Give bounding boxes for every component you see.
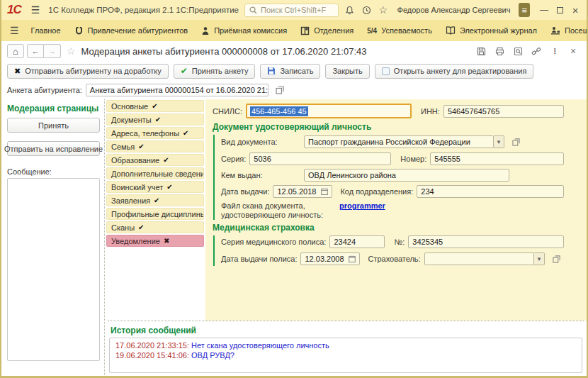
check-icon: ✔ xyxy=(154,196,159,204)
form-body: Модерация страницы Принять Отправить на … xyxy=(1,99,587,377)
window-controls: — × xyxy=(537,3,582,17)
issue-date-field[interactable]: 12.05.2018 xyxy=(273,185,332,198)
tab-obrazovanie[interactable]: Образование✔ xyxy=(106,154,204,166)
accept-page-button[interactable]: Принять xyxy=(7,118,100,133)
form-header: ⌂ ← → ☆ Модерация анкеты абитуриента 000… xyxy=(1,41,587,61)
tab-skany[interactable]: Сканы✔ xyxy=(106,221,204,233)
tab-adresa-telefony[interactable]: Адреса, телефоны✔ xyxy=(106,127,204,139)
open-object-icon[interactable] xyxy=(272,83,288,97)
number-label: Номер: xyxy=(400,155,426,163)
doc-type-label: Вид документа: xyxy=(221,138,300,146)
doc-type-open-icon[interactable] xyxy=(508,135,524,149)
tab-dopolnitelnye-svedeniya[interactable]: Дополнительные сведения✔ xyxy=(106,167,204,179)
attendance-icon xyxy=(550,26,560,35)
sections-menubar: ☰ Главное Привлечение абитуриентов Приём… xyxy=(1,20,587,41)
tab-zayavleniya[interactable]: Заявления✔ xyxy=(106,194,204,206)
send-fix-button[interactable]: Отправить на исправление xyxy=(7,141,100,156)
doc-type-dropdown-icon[interactable]: ▾ xyxy=(494,135,504,148)
back-arrow-icon: ← xyxy=(32,47,40,55)
print-icon[interactable] xyxy=(492,44,507,58)
calendar-icon[interactable] xyxy=(321,188,328,195)
scan-file-label: Файл скана документа, удостоверяющего ли… xyxy=(221,201,323,220)
favorite-star-icon[interactable]: ☆ xyxy=(64,45,79,57)
scan-file-link[interactable]: programmer xyxy=(339,201,385,210)
number-field[interactable]: 545555 xyxy=(430,152,564,165)
tab-osnovnye[interactable]: Основные✔ xyxy=(106,100,204,112)
issued-by-field[interactable]: ОВД Ленинского района xyxy=(304,169,509,182)
snils-field[interactable]: 456-465-456 45 xyxy=(246,104,412,118)
notifications-bell-icon[interactable] xyxy=(344,3,356,17)
calendar-icon[interactable] xyxy=(349,255,356,262)
home-button[interactable]: ⌂ xyxy=(7,44,24,58)
link-icon[interactable] xyxy=(528,44,544,58)
tab-uvedomlenie[interactable]: Уведомление✖ xyxy=(106,235,204,247)
more-actions-icon[interactable]: ⋮ xyxy=(547,44,562,58)
minimize-button[interactable]: — xyxy=(537,3,551,17)
anketa-label: Анкета абитуриента: xyxy=(7,86,82,94)
identity-group: Вид документа: Паспорт гражданина Россий… xyxy=(213,135,564,220)
sections-list-icon[interactable]: ☰ xyxy=(7,25,22,36)
insurance-group: Серия медицинского полиса: 23424 №: 3425… xyxy=(213,235,564,266)
checkbox-icon xyxy=(382,67,390,75)
black-cross-icon: ✖ xyxy=(14,67,21,76)
policy-date-label: Дата выдачи полиса: xyxy=(221,255,297,263)
check-icon: ✔ xyxy=(155,116,161,123)
tab-semya[interactable]: Семья✔ xyxy=(106,140,204,152)
tab-profilnye-discipliny[interactable]: Профильные дисциплины✔ xyxy=(106,208,204,220)
snils-label: СНИЛС: xyxy=(213,107,242,116)
current-user-name[interactable]: Федоров Александр Сергеевич xyxy=(395,6,514,14)
search-placeholder: Поиск Ctrl+Shift+F xyxy=(261,6,326,14)
message-label: Сообщение: xyxy=(7,167,100,176)
moderation-panel: Модерация страницы Принять Отправить на … xyxy=(1,99,105,377)
doc-type-field[interactable]: Паспорт гражданина Российской Федерации xyxy=(304,135,494,148)
check-icon: ✔ xyxy=(183,129,188,137)
tab-dokumenty[interactable]: Документы✔ xyxy=(106,113,204,126)
send-back-button[interactable]: ✖ Отправить абитуриенту на доработку xyxy=(7,64,169,79)
insurer-open-icon[interactable] xyxy=(548,252,564,266)
insurer-field[interactable] xyxy=(424,252,534,265)
history-section: История сообщений 17.06.2020 21:33:15: Н… xyxy=(105,323,587,377)
maximize-button[interactable] xyxy=(553,3,567,17)
menu-item-poseshchaemost[interactable]: Посещаемость xyxy=(546,26,588,35)
menu-item-glavnoe[interactable]: Главное xyxy=(27,26,65,35)
check-icon: ✔ xyxy=(163,156,169,164)
functions-menu-button[interactable]: ≡ xyxy=(519,3,530,17)
forward-arrow-icon: → xyxy=(48,47,56,55)
accept-anketa-button[interactable]: ✔ Принять анкету xyxy=(174,64,256,79)
policy-date-field[interactable]: 12.03.2008 xyxy=(300,252,360,265)
series-field[interactable]: 5036 xyxy=(249,152,391,165)
identity-section-title: Документ удостоверяющий личность xyxy=(213,122,564,132)
inn-field[interactable]: 546457645765 xyxy=(443,105,564,118)
policy-series-field[interactable]: 23424 xyxy=(329,235,385,248)
forward-button[interactable]: → xyxy=(44,44,61,58)
history-title: История сообщений xyxy=(111,326,582,335)
save-record-button[interactable]: Записать xyxy=(260,64,320,79)
check-icon: ✔ xyxy=(166,183,172,191)
division-code-field[interactable]: 234 xyxy=(417,185,564,198)
save-icon[interactable] xyxy=(473,44,489,58)
main-menu-icon[interactable]: ☰ xyxy=(28,4,43,16)
magnet-icon xyxy=(74,26,84,35)
menu-item-uspevaemost[interactable]: 5/4 Успеваемость xyxy=(363,26,436,35)
menu-item-privlechenie[interactable]: Привлечение абитуриентов xyxy=(70,26,193,35)
app-title: 1С Колледж ПРОФ, редакция 2.1 1С:Предпри… xyxy=(48,6,239,14)
insurer-dropdown-icon[interactable]: ▾ xyxy=(534,252,545,265)
message-textarea[interactable] xyxy=(7,178,100,361)
menu-item-elektronny-zhurnal[interactable]: Электронный журнал xyxy=(441,26,541,35)
division-code-label: Код подразделения: xyxy=(340,187,413,196)
favorites-star-icon[interactable]: ☆ xyxy=(378,3,389,17)
close-button[interactable]: Закрыть xyxy=(325,64,369,79)
policy-number-field[interactable]: 3425345 xyxy=(408,235,564,248)
global-search-input[interactable]: Поиск Ctrl+Shift+F xyxy=(244,4,339,17)
close-form-icon[interactable]: × xyxy=(565,44,581,58)
close-window-button[interactable]: × xyxy=(568,3,582,17)
menu-item-otdeleniya[interactable]: Отделения xyxy=(296,26,358,35)
preview-icon[interactable] xyxy=(510,44,526,58)
history-icon[interactable] xyxy=(361,3,372,17)
menu-item-priemnaya-komissiya[interactable]: Приёмная комиссия xyxy=(197,26,291,35)
anketa-value-field[interactable]: Анкета абитуриента 000000154 от 16.06.20… xyxy=(86,84,268,96)
back-button[interactable]: ← xyxy=(27,44,44,58)
tab-voinsky-uchet[interactable]: Воинский учет✔ xyxy=(106,181,204,193)
person-icon xyxy=(201,26,210,35)
open-for-edit-button[interactable]: Открыть анкету для редактирования xyxy=(375,64,534,79)
